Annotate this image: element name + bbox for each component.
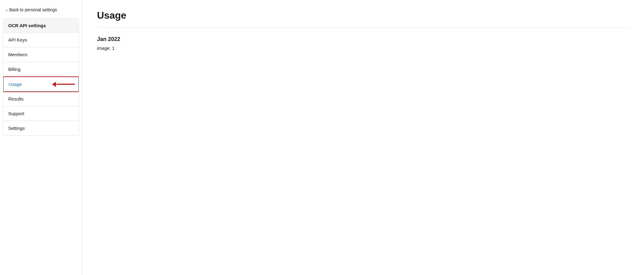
back-chevron-icon: ‹ [6,8,7,12]
nav-section-header: OCR API settings [3,19,79,33]
nav-section: OCR API settings API Keys Members Billin… [3,18,79,136]
sidebar-item-support[interactable]: Support [3,106,79,121]
sidebar-item-api-keys[interactable]: API Keys [3,33,79,47]
sidebar: ‹ Back to personal settings OCR API sett… [0,0,82,275]
sidebar-item-usage[interactable]: Usage [3,76,79,92]
sidebar-item-billing[interactable]: Billing [3,62,79,77]
back-link-label: Back to personal settings [9,7,57,12]
sidebar-item-members[interactable]: Members [3,47,79,62]
usage-detail: image: 1 [97,46,629,51]
usage-month: Jan 2022 [97,36,629,42]
divider [97,27,629,28]
main-content: Usage Jan 2022 image: 1 [82,0,644,275]
back-to-personal-settings-link[interactable]: ‹ Back to personal settings [0,7,82,18]
sidebar-item-results[interactable]: Results [3,92,79,106]
usage-nav-item-container: Usage [3,77,79,92]
page-title: Usage [97,10,629,21]
sidebar-item-settings[interactable]: Settings [3,121,79,135]
